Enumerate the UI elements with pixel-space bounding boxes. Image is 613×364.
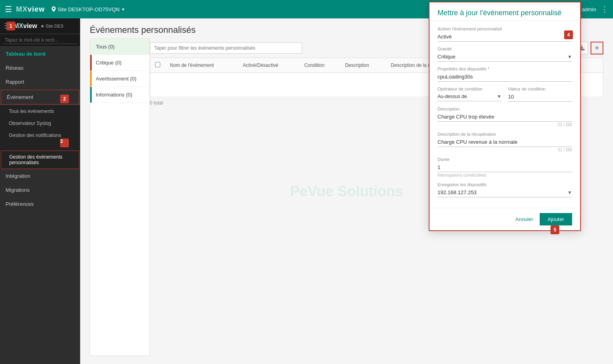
sidebar-site: ★ Site DES (40, 24, 64, 29)
gravity-select[interactable]: Critique ▼ (438, 52, 572, 62)
sidebar-brand: MXview (14, 22, 37, 30)
field-activate-label: Activer l'événement personnalisé (438, 26, 572, 31)
operator-select[interactable]: Au-dessus de ▼ (438, 92, 502, 101)
add-event-button[interactable]: + (591, 42, 603, 54)
site-dropdown-icon[interactable]: ▼ (121, 7, 125, 12)
recovery-input[interactable] (438, 137, 572, 147)
properties-label: Propriétés des dispositifs * (438, 66, 572, 71)
brand-logo: MXview (16, 5, 45, 14)
gravity-arrow: ▼ (567, 54, 572, 60)
add-icon: + (595, 44, 599, 52)
search-input[interactable] (3, 36, 77, 44)
sidebar-item-custom-events[interactable]: Gestion des événements personnalisés (1, 151, 79, 169)
modal-box: 5 Mettre à jour l'événement personnalisé… (429, 2, 581, 231)
activate-select[interactable]: Activé ▼ (438, 32, 572, 42)
annotation-2: 2 (60, 95, 69, 103)
sidebar: 1 ☰ MXview ★ Site DES Tableau de bord Ré… (0, 18, 80, 364)
annotation-1: 1 (6, 22, 15, 30)
sidebar-item-reseau[interactable]: Réseau (0, 61, 80, 75)
informations-color-bar (90, 87, 92, 103)
modal-body: Activer l'événement personnalisé Activé … (430, 21, 580, 208)
sidebar-submenu-evenement: Tous les événements Observateur Syslog G… (0, 105, 80, 169)
site-selector[interactable]: Site DESKTOP-OD75VQN ▼ (51, 6, 125, 12)
condition-value-label: Valeur de condition (508, 86, 572, 91)
properties-input[interactable] (438, 72, 572, 82)
consecutive-label: Interrogations consécutives (438, 173, 572, 177)
field-duration-row: Durée Interrogations consécutives (438, 157, 572, 182)
site-label: Site DESKTOP-OD75VQN (58, 6, 119, 12)
sidebar-item-rapport[interactable]: Rapport (0, 75, 80, 89)
avertissement-color-bar (90, 71, 92, 86)
duration-input[interactable] (438, 163, 572, 172)
cat-tous[interactable]: Tous (0) (90, 39, 149, 55)
col-checkbox (150, 58, 165, 73)
field-properties: Propriétés des dispositifs * (438, 66, 572, 82)
add-button[interactable]: Ajouter (540, 213, 572, 225)
col-event-name: Nom de l'événement (165, 58, 238, 73)
devices-select[interactable]: 192.168.127.253 ▼ (438, 188, 572, 197)
gravity-label: Gravité (438, 46, 572, 51)
col-description: Description (340, 58, 386, 73)
select-all-checkbox[interactable] (155, 62, 160, 67)
sidebar-item-observateur[interactable]: Observateur Syslog (0, 117, 80, 129)
sidebar-item-preferences[interactable]: Préférences (0, 197, 80, 211)
operator-label: Opérateur de condition (438, 86, 502, 91)
description-char-count: 22 / 250 (438, 123, 572, 127)
filter-input[interactable] (150, 42, 302, 54)
field-recovery: Description de la récupération 31 / 250 (438, 132, 572, 152)
site-icon (51, 6, 56, 12)
field-activate: Activer l'événement personnalisé Activé … (438, 26, 572, 42)
devices-arrow: ▼ (567, 190, 572, 195)
annotation-3: 3 (60, 139, 69, 147)
annotation-5: 5 (550, 225, 559, 234)
field-devices: Enregistrer les dispositifs 192.168.127.… (438, 182, 572, 197)
operator-arrow: ▼ (497, 94, 502, 99)
menu-icon[interactable]: ☰ (5, 4, 12, 14)
field-duration: Durée Interrogations consécutives (438, 157, 572, 177)
category-sidebar: Tous (0) Critique (0) Avertissement (0) … (90, 38, 150, 356)
search-bar (0, 34, 80, 47)
field-description: Description 22 / 250 (438, 107, 572, 127)
field-gravity: Gravité Critique ▼ (438, 46, 572, 62)
devices-label: Enregistrer les dispositifs (438, 182, 572, 187)
cat-avertissement[interactable]: Avertissement (0) (90, 71, 149, 87)
cat-informations[interactable]: Informations (0) (90, 87, 149, 103)
annotation-4: 4 (564, 30, 573, 39)
recovery-char-count: 31 / 250 (438, 148, 572, 152)
sidebar-item-migrations[interactable]: Migrations (0, 183, 80, 197)
critique-color-bar (90, 55, 92, 70)
cat-critique[interactable]: Critique (0) (90, 55, 149, 71)
sidebar-item-tous-evenements[interactable]: Tous les événements (0, 105, 80, 117)
field-operator-row: Opérateur de condition Au-dessus de ▼ Va… (438, 86, 572, 107)
more-options-icon[interactable]: ⋮ (601, 5, 608, 14)
sidebar-item-integration[interactable]: Intégration (0, 169, 80, 183)
cancel-button[interactable]: Annuler (515, 216, 533, 222)
condition-value-input[interactable] (508, 92, 572, 102)
description-label: Description (438, 107, 572, 111)
modal-title: Mettre à jour l'événement personnalisé (430, 2, 580, 21)
field-condition-value: Valeur de condition (508, 86, 572, 102)
description-input[interactable] (438, 112, 572, 122)
sidebar-item-tableau[interactable]: Tableau de bord (0, 47, 80, 61)
recovery-label: Description de la récupération (438, 132, 572, 137)
duration-label: Durée (438, 157, 572, 162)
col-condition: Condition (299, 58, 340, 73)
col-activated: Activé/Désactivé (238, 58, 299, 73)
field-operator: Opérateur de condition Au-dessus de ▼ (438, 86, 502, 102)
